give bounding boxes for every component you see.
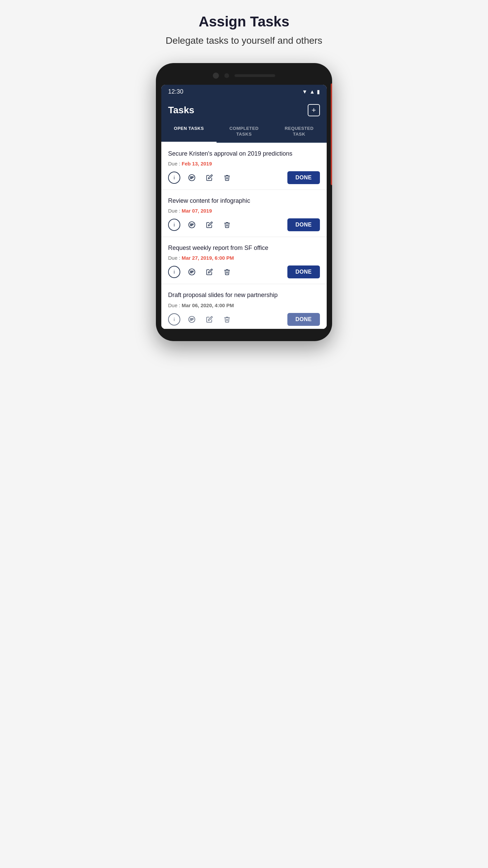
task-title: Request weekly report from SF office bbox=[168, 244, 320, 252]
done-button[interactable]: DONE bbox=[287, 265, 320, 278]
comment-icon-button[interactable] bbox=[186, 266, 198, 278]
done-button[interactable]: DONE bbox=[287, 171, 320, 184]
task-title: Review content for infographic bbox=[168, 197, 320, 205]
task-item: Request weekly report from SF office Due… bbox=[161, 237, 327, 284]
delete-icon-button[interactable] bbox=[221, 172, 233, 184]
tab-completed-tasks[interactable]: COMPLETEDTASKS bbox=[217, 121, 272, 142]
task-due: Due : Mar 06, 2020, 4:00 PM bbox=[168, 302, 320, 308]
task-title: Secure Kristen's approval on 2019 predic… bbox=[168, 150, 320, 158]
status-time: 12:30 bbox=[168, 88, 183, 95]
tabs-bar: OPEN TASKS COMPLETEDTASKS REQUESTEDTASK bbox=[161, 121, 327, 143]
status-icons: ▼ ▲ ▮ bbox=[302, 88, 320, 95]
task-title: Draft proposal slides for new partnershi… bbox=[168, 291, 320, 299]
phone-shell: 12:30 ▼ ▲ ▮ Tasks + OPEN TASKS COMPLETED… bbox=[156, 63, 332, 341]
done-button[interactable]: DONE bbox=[287, 218, 320, 231]
tab-open-tasks[interactable]: OPEN TASKS bbox=[161, 121, 217, 142]
task-item: Draft proposal slides for new partnershi… bbox=[161, 284, 327, 329]
task-actions: i bbox=[168, 171, 320, 184]
task-list: Secure Kristen's approval on 2019 predic… bbox=[161, 143, 327, 329]
due-label: Due : bbox=[168, 302, 180, 308]
signal-icon: ▲ bbox=[309, 89, 315, 95]
comment-icon-button[interactable] bbox=[186, 172, 198, 184]
app-header: Tasks + bbox=[161, 98, 327, 121]
delete-icon-button[interactable] bbox=[221, 266, 233, 278]
done-button[interactable]: DONE bbox=[287, 313, 320, 326]
task-item: Review content for infographic Due : Mar… bbox=[161, 190, 327, 237]
page-wrapper: Assign Tasks Delegate tasks to yourself … bbox=[149, 14, 339, 341]
due-label: Due : bbox=[168, 255, 180, 261]
task-due-date: Mar 07, 2019 bbox=[182, 208, 212, 214]
tab-requested-task[interactable]: REQUESTEDTASK bbox=[271, 121, 327, 142]
info-icon-button[interactable]: i bbox=[168, 219, 180, 231]
status-bar: 12:30 ▼ ▲ ▮ bbox=[161, 85, 327, 98]
edit-icon-button[interactable] bbox=[203, 219, 216, 231]
task-actions: i bbox=[168, 265, 320, 278]
task-due: Due : Mar 27, 2019, 6:00 PM bbox=[168, 255, 320, 261]
edit-icon-button[interactable] bbox=[203, 266, 216, 278]
camera-dot-small bbox=[224, 73, 229, 78]
battery-icon: ▮ bbox=[317, 88, 320, 95]
wifi-icon: ▼ bbox=[302, 89, 307, 95]
task-actions: i bbox=[168, 218, 320, 231]
comment-icon-button[interactable] bbox=[186, 219, 198, 231]
task-item: Secure Kristen's approval on 2019 predic… bbox=[161, 143, 327, 190]
edit-icon-button[interactable] bbox=[203, 172, 216, 184]
info-icon-button[interactable]: i bbox=[168, 313, 180, 326]
delete-icon-button[interactable] bbox=[221, 313, 233, 326]
page-title: Assign Tasks bbox=[199, 14, 289, 30]
phone-screen: 12:30 ▼ ▲ ▮ Tasks + OPEN TASKS COMPLETED… bbox=[161, 85, 327, 329]
task-due-date: Feb 13, 2019 bbox=[182, 161, 212, 166]
task-due-date: Mar 06, 2020, 4:00 PM bbox=[182, 302, 234, 308]
task-due-date: Mar 27, 2019, 6:00 PM bbox=[182, 255, 234, 261]
camera-lens bbox=[213, 73, 219, 79]
due-label: Due : bbox=[168, 161, 180, 166]
add-task-button[interactable]: + bbox=[308, 104, 320, 116]
info-icon-button[interactable]: i bbox=[168, 266, 180, 278]
speaker-bar bbox=[235, 74, 275, 77]
delete-icon-button[interactable] bbox=[221, 219, 233, 231]
edit-icon-button[interactable] bbox=[203, 313, 216, 326]
comment-icon-button[interactable] bbox=[186, 313, 198, 326]
task-due: Due : Feb 13, 2019 bbox=[168, 161, 320, 166]
due-label: Due : bbox=[168, 208, 180, 214]
task-due: Due : Mar 07, 2019 bbox=[168, 208, 320, 214]
page-subtitle: Delegate tasks to yourself and others bbox=[166, 35, 322, 46]
phone-top-hardware bbox=[161, 70, 327, 81]
app-header-title: Tasks bbox=[168, 105, 194, 116]
add-icon: + bbox=[312, 106, 316, 114]
task-actions: i bbox=[168, 313, 320, 326]
info-icon-button[interactable]: i bbox=[168, 172, 180, 184]
